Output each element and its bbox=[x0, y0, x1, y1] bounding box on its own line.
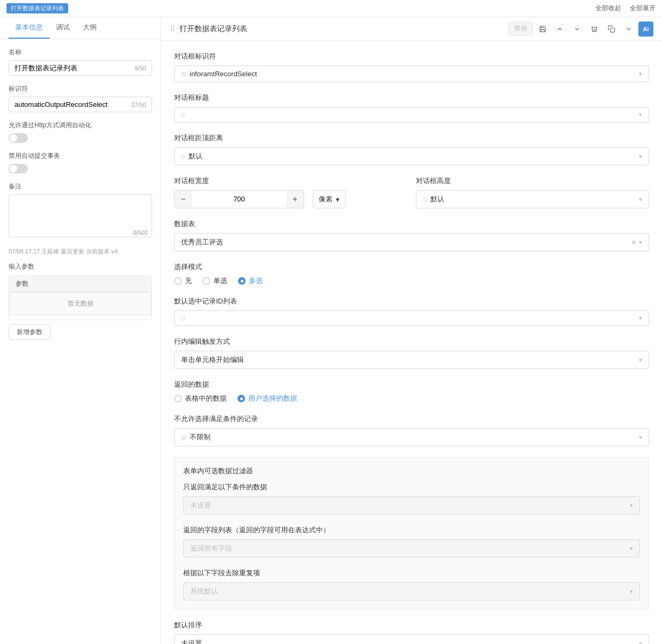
dialog-width-label: 对话框宽度 bbox=[174, 176, 407, 186]
save-icon-btn[interactable] bbox=[535, 21, 550, 37]
no-select-control[interactable]: ◎ 不限制 ▾ bbox=[174, 428, 649, 446]
dedup-control[interactable]: 系统默认 ▾ bbox=[183, 582, 640, 600]
content-header: ⠿ 打开数据表记录列表 禁用 bbox=[161, 17, 662, 41]
avatar-btn[interactable]: Ai bbox=[638, 21, 653, 37]
disable-button[interactable]: 禁用 bbox=[508, 21, 533, 36]
params-empty: 暂无数据 bbox=[9, 292, 152, 315]
width-unit-select[interactable]: 像素 ▾ bbox=[313, 190, 346, 208]
name-input-wrap: 9/50 bbox=[9, 60, 152, 76]
id-char-count: 27/50 bbox=[131, 102, 146, 108]
radio-user-circle bbox=[238, 395, 245, 402]
dialog-height-label: 对话框高度 bbox=[416, 176, 649, 186]
dialog-title-icon: ◇ bbox=[181, 111, 185, 118]
radio-multi-label: 多选 bbox=[249, 276, 263, 286]
filter-fields-control[interactable]: 返回所有字段 ▾ bbox=[183, 539, 640, 558]
default-ids-control[interactable]: ◇ ▾ bbox=[174, 310, 649, 326]
tab-debug[interactable]: 调试 bbox=[49, 17, 76, 39]
sidebar: 基本信息 调试 大纲 名称 9/50 标识符 27/50 bbox=[0, 17, 161, 644]
notes-textarea[interactable] bbox=[9, 194, 152, 237]
dialog-id-icon: ◎ bbox=[181, 70, 186, 77]
auto-submit-toggle[interactable] bbox=[9, 164, 28, 173]
http-toggle[interactable] bbox=[9, 133, 28, 143]
inline-edit-label: 行内编辑触发方式 bbox=[174, 337, 649, 346]
data-table-label: 数据表 bbox=[174, 219, 649, 229]
unit-chevron-icon: ▾ bbox=[336, 196, 340, 204]
dialog-id-label: 对话框标识符 bbox=[174, 52, 649, 61]
top-bar-left: 打开数据表记录列表 bbox=[6, 3, 68, 13]
select-mode-label: 选择模式 bbox=[174, 262, 649, 272]
radio-table-label: 表格中的数据 bbox=[185, 394, 227, 403]
dialog-height-control[interactable]: ◇ 默认 ▾ bbox=[416, 190, 649, 208]
dialog-height-col: 对话框高度 ◇ 默认 ▾ bbox=[416, 176, 649, 208]
dialog-id-control[interactable]: ◎ inforamtRecordSelect ▾ bbox=[174, 66, 649, 82]
dedup-value: 系统默认 bbox=[190, 587, 630, 596]
dedup-label: 根据以下字段去除重复项 bbox=[183, 568, 640, 578]
data-table-control[interactable]: 优秀员工评选 ✕ ▾ bbox=[174, 233, 649, 251]
dialog-height-value: 默认 bbox=[430, 194, 636, 204]
header-actions: 禁用 Ai bbox=[508, 21, 653, 37]
dialog-id-chevron-icon: ▾ bbox=[639, 70, 642, 77]
filter-section: 表单内可选数据过滤器 只返回满足以下条件的数据 未设置 ▾ 返回的字段列表（返回… bbox=[174, 457, 649, 610]
dialog-height-chevron-icon: ▾ bbox=[639, 196, 642, 203]
name-char-count: 9/50 bbox=[135, 65, 146, 71]
select-mode-none[interactable]: 无 bbox=[174, 276, 192, 286]
inline-edit-value: 单击单元格开始编辑 bbox=[181, 355, 639, 365]
drag-handle-icon: ⠿ bbox=[170, 25, 175, 33]
width-decrease-btn[interactable]: − bbox=[175, 191, 192, 208]
name-input[interactable] bbox=[15, 64, 135, 72]
default-sort-row: 默认排序 未设置 ▾ bbox=[174, 620, 649, 644]
collapse-all-btn[interactable]: 全部收起 bbox=[595, 4, 621, 13]
tab-outline[interactable]: 大纲 bbox=[76, 17, 103, 39]
up-icon-btn[interactable] bbox=[552, 21, 567, 37]
radio-user-label: 用户选择的数据 bbox=[248, 394, 297, 403]
default-sort-chevron-icon: ▾ bbox=[639, 640, 642, 645]
dialog-top-chevron-icon: ▾ bbox=[639, 153, 642, 160]
select-mode-single[interactable]: 单选 bbox=[203, 276, 227, 286]
add-param-button[interactable]: 新增参数 bbox=[9, 324, 51, 340]
radio-single-circle bbox=[203, 277, 210, 285]
default-ids-chevron-icon: ▾ bbox=[639, 315, 642, 322]
filter-fields-row: 返回的字段列表（返回的字段可用在表达式中） 返回所有字段 ▾ bbox=[183, 525, 640, 558]
default-sort-value: 未设置 bbox=[181, 639, 639, 644]
tab-basic[interactable]: 基本信息 bbox=[9, 17, 49, 39]
width-increase-btn[interactable]: + bbox=[286, 191, 304, 208]
dialog-title-control[interactable]: ◇ ▾ bbox=[174, 107, 649, 122]
return-data-table[interactable]: 表格中的数据 bbox=[174, 394, 227, 403]
id-input[interactable] bbox=[15, 100, 131, 108]
down-icon-btn[interactable] bbox=[570, 21, 585, 37]
data-table-value: 优秀员工评选 bbox=[181, 237, 223, 247]
select-mode-multi[interactable]: 多选 bbox=[238, 276, 263, 286]
svg-rect-0 bbox=[610, 28, 615, 32]
default-sort-control[interactable]: 未设置 ▾ bbox=[174, 634, 649, 644]
return-data-label: 返回的数据 bbox=[174, 380, 649, 389]
copy-icon-btn[interactable] bbox=[604, 21, 619, 37]
notes-field-group: 备注 0/500 bbox=[9, 182, 152, 239]
content-area: ⠿ 打开数据表记录列表 禁用 bbox=[161, 17, 662, 644]
inline-edit-control[interactable]: 单击单元格开始编辑 ▾ bbox=[174, 351, 649, 369]
no-select-icon: ◎ bbox=[181, 434, 186, 441]
name-field-group: 名称 9/50 bbox=[9, 48, 152, 76]
breadcrumb-tag[interactable]: 打开数据表记录列表 bbox=[6, 3, 68, 13]
radio-none-label: 无 bbox=[185, 276, 192, 286]
dialog-top-label: 对话框距顶距离 bbox=[174, 133, 649, 143]
data-table-actions: ✕ ▾ bbox=[631, 238, 642, 247]
no-select-chevron-icon: ▾ bbox=[639, 434, 642, 441]
http-field-group: 允许通过Http方式调用自动化 bbox=[9, 121, 152, 143]
return-data-user[interactable]: 用户选择的数据 bbox=[238, 394, 297, 403]
dialog-title-chevron-icon: ▾ bbox=[639, 111, 642, 118]
inline-edit-chevron-icon: ▾ bbox=[639, 357, 642, 364]
dialog-top-control[interactable]: ◇ 默认 ▾ bbox=[174, 147, 649, 165]
meta-info: 07/08 17:17 王延峰 最后更新 当前版本 v4 bbox=[9, 248, 152, 256]
default-ids-label: 默认选中记录ID列表 bbox=[174, 296, 649, 306]
expand-all-btn[interactable]: 全部展开 bbox=[630, 4, 656, 13]
dialog-title-row: 对话框标题 ◇ ▾ bbox=[174, 93, 649, 122]
width-value-input[interactable] bbox=[192, 191, 286, 208]
params-tab-label[interactable]: 参数 bbox=[16, 280, 28, 287]
filter-return-control[interactable]: 未设置 ▾ bbox=[183, 496, 640, 515]
delete-icon-btn[interactable] bbox=[587, 21, 602, 37]
more-icon-btn[interactable] bbox=[621, 21, 636, 37]
name-label: 名称 bbox=[9, 48, 152, 57]
filter-fields-label: 返回的字段列表（返回的字段可用在表达式中） bbox=[183, 525, 640, 535]
width-unit-value: 像素 bbox=[319, 194, 333, 204]
data-table-clear-btn[interactable]: ✕ bbox=[631, 238, 637, 247]
